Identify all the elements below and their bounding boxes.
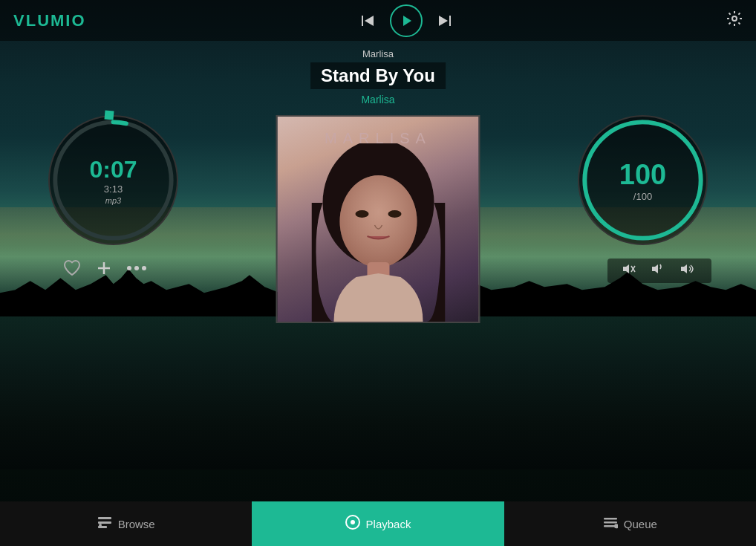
- time-total: 3:13: [104, 183, 123, 195]
- svg-marker-2: [403, 16, 411, 26]
- svg-rect-26: [98, 517, 111, 519]
- water-reflection: [0, 316, 756, 469]
- svg-marker-0: [362, 16, 363, 26]
- album-art: MARLISA: [276, 115, 480, 323]
- browse-label: Browse: [118, 518, 155, 530]
- action-buttons: [63, 260, 146, 276]
- svg-point-10: [388, 210, 401, 218]
- time-current: 0:07: [89, 156, 137, 183]
- browse-icon: [97, 515, 112, 533]
- svg-point-18: [142, 266, 146, 270]
- next-button[interactable]: [437, 13, 452, 28]
- more-button[interactable]: [127, 260, 146, 276]
- time-circle: 0:07 3:13 mp3: [48, 115, 178, 245]
- prev-button[interactable]: [360, 13, 375, 28]
- svg-marker-4: [449, 16, 451, 26]
- svg-marker-1: [365, 16, 374, 26]
- logo-accent: V: [13, 11, 26, 30]
- playback-label: Playback: [366, 518, 411, 530]
- svg-marker-21: [623, 264, 629, 273]
- add-button[interactable]: [96, 260, 112, 276]
- top-bar: VLUMIO: [0, 0, 756, 41]
- volume-up-button[interactable]: [674, 263, 703, 279]
- svg-marker-3: [439, 16, 448, 26]
- svg-point-9: [355, 210, 368, 218]
- song-artist-sub: Marlisa: [310, 48, 446, 59]
- svg-point-17: [134, 266, 139, 270]
- heart-button[interactable]: [63, 260, 81, 276]
- queue-button[interactable]: Queue: [504, 501, 756, 546]
- svg-point-8: [339, 175, 417, 267]
- svg-point-5: [732, 16, 737, 21]
- queue-label: Queue: [624, 518, 657, 530]
- album-art-inner: MARLISA: [278, 117, 479, 322]
- song-artist: Marlisa: [310, 94, 446, 105]
- playback-icon: [345, 515, 360, 533]
- play-button[interactable]: [390, 4, 423, 37]
- svg-marker-25: [681, 264, 687, 273]
- svg-rect-32: [604, 518, 617, 520]
- volume-down-button[interactable]: [645, 263, 671, 279]
- svg-point-16: [127, 266, 131, 270]
- volume-label: /100: [633, 191, 652, 202]
- volume-mute-button[interactable]: [616, 263, 642, 279]
- svg-rect-27: [98, 521, 111, 524]
- format-badge: mp3: [105, 196, 121, 205]
- volume-number: 100: [619, 159, 666, 191]
- svg-rect-33: [604, 521, 617, 524]
- svg-point-29: [99, 524, 102, 527]
- svg-point-31: [351, 520, 355, 524]
- song-title: Stand By You: [310, 62, 446, 89]
- settings-button[interactable]: [726, 10, 743, 30]
- svg-point-35: [614, 524, 618, 528]
- face-silhouette: [311, 143, 445, 322]
- bottom-nav: Browse Playback Queue: [0, 501, 756, 546]
- playback-button[interactable]: Playback: [252, 501, 504, 546]
- svg-marker-24: [652, 264, 658, 273]
- circle-bg: 0:07 3:13 mp3: [48, 115, 178, 245]
- logo: VLUMIO: [13, 11, 86, 30]
- song-info: Marlisa Stand By You Marlisa: [310, 48, 446, 105]
- queue-icon: [603, 515, 618, 533]
- browse-button[interactable]: Browse: [0, 501, 252, 546]
- volume-circle: 100 /100: [578, 115, 708, 245]
- volume-controls: [607, 259, 711, 283]
- vol-circle-bg: 100 /100: [578, 115, 708, 245]
- progress-indicator: [104, 110, 114, 120]
- transport-controls: [360, 4, 452, 37]
